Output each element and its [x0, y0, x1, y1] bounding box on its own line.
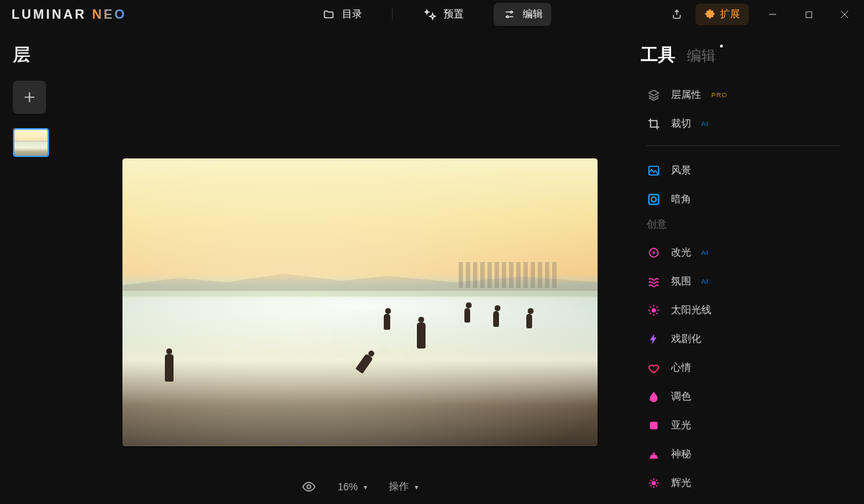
mystic-icon: [647, 447, 661, 462]
tool-crop[interactable]: 裁切 AI: [641, 109, 844, 138]
canvas-toolbar: 16% ▾ 操作 ▾: [302, 480, 418, 494]
add-layer-button[interactable]: [13, 81, 46, 114]
glow-icon: [647, 476, 661, 490]
canvas-area: 16% ▾ 操作 ▾: [86, 29, 634, 504]
pro-badge: PRO: [711, 91, 728, 99]
tool-mood[interactable]: 心情: [641, 354, 844, 382]
ai-badge: AI: [701, 120, 709, 127]
window-maximize-button[interactable]: [796, 4, 821, 25]
tools-tab-edits[interactable]: 编辑: [687, 46, 716, 66]
tool-label: 风景: [671, 164, 691, 177]
chevron-down-icon: ▾: [415, 483, 418, 491]
tool-label: 层属性: [671, 89, 701, 102]
svg-point-0: [510, 11, 513, 13]
tools-header: 工具 编辑: [641, 43, 844, 66]
tool-label: 神秘: [671, 448, 691, 461]
tool-atmos[interactable]: 氛围AI: [641, 267, 844, 296]
tool-scenery[interactable]: 风景: [641, 156, 844, 185]
tool-label: 氛围: [671, 275, 691, 288]
main: 层: [0, 29, 864, 504]
nav-separator: [392, 9, 393, 20]
separator: [647, 145, 840, 146]
zoom-control[interactable]: 16% ▾: [338, 481, 367, 492]
toning-icon: [647, 390, 661, 404]
nav-center: 目录 预置 编辑: [313, 3, 552, 26]
svg-point-8: [652, 309, 656, 312]
tool-toning[interactable]: 调色: [641, 382, 844, 411]
puzzle-icon: [704, 9, 716, 20]
chevron-down-icon: ▾: [364, 483, 367, 491]
share-icon[interactable]: [670, 7, 684, 22]
actions-dropdown[interactable]: 操作 ▾: [389, 480, 418, 493]
tool-label: 裁切: [671, 117, 691, 130]
titlebar: LUMINAR NEO 目录 预置 编辑 扩展: [0, 0, 864, 29]
tool-drama[interactable]: 戏剧化: [641, 325, 844, 354]
sunrays-icon: [647, 303, 661, 318]
extensions-button[interactable]: 扩展: [696, 4, 749, 25]
app-logo: LUMINAR NEO: [12, 7, 127, 22]
layers-panel: 层: [0, 29, 86, 504]
nav-edit[interactable]: 编辑: [494, 3, 552, 26]
svg-rect-9: [650, 422, 658, 430]
tool-label: 心情: [671, 361, 691, 374]
vignette-icon: [647, 192, 661, 207]
mood-icon: [647, 361, 661, 375]
tool-layer-properties[interactable]: 层属性 PRO: [641, 81, 844, 109]
tool-relight[interactable]: 改光AI: [641, 238, 844, 267]
tool-mystic[interactable]: 神秘: [641, 440, 844, 469]
tool-sunrays[interactable]: 太阳光线: [641, 296, 844, 325]
nav-presets-label: 预置: [444, 8, 464, 21]
tool-label: 辉光: [671, 477, 691, 490]
scenery-icon: [647, 163, 661, 178]
svg-rect-5: [649, 194, 659, 204]
svg-point-6: [652, 197, 657, 202]
plus-icon: [22, 90, 37, 104]
nav-edit-label: 编辑: [523, 8, 543, 21]
tool-vignette[interactable]: 暗角: [641, 185, 844, 214]
crop-icon: [647, 117, 661, 131]
atmos-icon: [647, 274, 661, 289]
nav-presets[interactable]: 预置: [415, 3, 472, 26]
ai-badge: AI: [701, 278, 709, 285]
folder-icon: [322, 7, 336, 22]
tool-matte[interactable]: 亚光: [641, 411, 844, 440]
window-close-button[interactable]: [832, 4, 857, 25]
tool-label: 太阳光线: [671, 304, 711, 317]
sliders-icon: [503, 7, 517, 22]
brand-word-1: LUMINAR: [12, 7, 86, 22]
ai-badge: AI: [701, 249, 709, 256]
extensions-label: 扩展: [720, 8, 740, 21]
svg-rect-2: [806, 12, 811, 17]
sparkle-icon: [423, 7, 438, 22]
window-minimize-button[interactable]: [760, 4, 785, 25]
tool-label: 戏剧化: [671, 333, 701, 346]
brand-word-2: NEO: [92, 7, 127, 22]
actions-label: 操作: [389, 480, 409, 493]
tool-label: 暗角: [671, 193, 691, 206]
zoom-value: 16%: [338, 481, 358, 492]
tools-tab-tools[interactable]: 工具: [641, 43, 675, 66]
layer-thumbnail[interactable]: [13, 128, 49, 157]
drama-icon: [647, 332, 661, 346]
nav-catalog-label: 目录: [342, 8, 362, 21]
relight-icon: [647, 246, 661, 260]
tool-label: 亚光: [671, 419, 691, 432]
titlebar-right: 扩展: [670, 4, 857, 25]
section-creative: 创意: [641, 214, 844, 238]
tools-panel: 工具 编辑 层属性 PRO 裁切 AI 风景暗角 创意 改光AI氛围AI太阳光线…: [634, 29, 864, 504]
matte-icon: [647, 418, 661, 433]
nav-catalog[interactable]: 目录: [313, 3, 371, 26]
eye-icon[interactable]: [302, 480, 316, 494]
svg-point-3: [307, 485, 310, 489]
svg-point-11: [652, 482, 656, 485]
layers-icon: [647, 88, 661, 102]
svg-rect-10: [653, 453, 655, 455]
tool-label: 调色: [671, 390, 691, 403]
layers-title: 层: [13, 43, 73, 66]
svg-point-1: [507, 16, 509, 18]
tool-label: 改光: [671, 246, 691, 259]
tool-glow[interactable]: 辉光: [641, 469, 844, 498]
image-canvas[interactable]: [122, 158, 598, 446]
